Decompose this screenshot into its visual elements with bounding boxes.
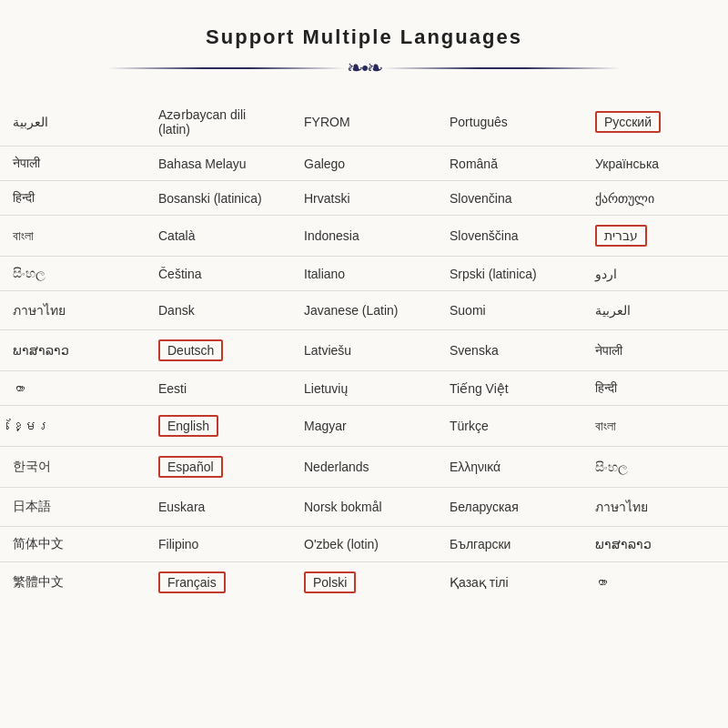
lang-cell: Қазақ тілі bbox=[437, 562, 582, 603]
lang-cell[interactable]: עברית bbox=[582, 216, 728, 257]
lang-cell: සිංහල bbox=[582, 447, 728, 488]
highlighted-lang[interactable]: Français bbox=[158, 571, 226, 593]
lang-cell: Eesti bbox=[146, 371, 291, 406]
lang-cell: Română bbox=[437, 147, 582, 181]
lang-cell: Українська bbox=[582, 147, 728, 181]
lang-cell: Tiếng Việt bbox=[437, 371, 582, 406]
lang-cell: Hrvatski bbox=[291, 181, 437, 216]
lang-cell[interactable]: Polski bbox=[291, 562, 437, 603]
lang-cell[interactable]: Deutsch bbox=[146, 330, 291, 371]
lang-cell[interactable]: Русский bbox=[582, 98, 728, 147]
lang-cell: العربية bbox=[582, 291, 728, 330]
lang-cell: Türkçe bbox=[437, 406, 582, 447]
lang-cell: Galego bbox=[291, 147, 437, 181]
highlighted-lang[interactable]: עברית bbox=[595, 225, 647, 247]
lang-cell: Latviešu bbox=[291, 330, 437, 371]
lang-cell: ພາສາລາວ bbox=[582, 527, 728, 562]
lang-cell: တာ bbox=[0, 371, 146, 406]
lang-cell: Slovenčina bbox=[437, 181, 582, 216]
lang-cell: Srpski (latinica) bbox=[437, 257, 582, 291]
lang-cell: 简体中文 bbox=[0, 527, 146, 562]
lang-cell[interactable]: Français bbox=[146, 562, 291, 603]
lang-cell: Svenska bbox=[437, 330, 582, 371]
lang-cell: ខ្មែរ bbox=[0, 406, 146, 447]
lang-cell: සිංහල bbox=[0, 257, 146, 291]
highlighted-lang[interactable]: Русский bbox=[595, 111, 661, 133]
lang-cell: Lietuvių bbox=[291, 371, 437, 406]
lang-cell: Bosanski (latinica) bbox=[146, 181, 291, 216]
lang-cell: 한국어 bbox=[0, 447, 146, 488]
table-row: 繁體中文FrançaisPolskiҚазақ тіліတာ bbox=[0, 562, 728, 603]
lang-cell: ພາສາລາວ bbox=[0, 330, 146, 371]
table-row: တာEestiLietuviųTiếng Việtहिन्दी bbox=[0, 371, 728, 406]
lang-cell: বাংলা bbox=[0, 216, 146, 257]
lang-cell: Euskara bbox=[146, 488, 291, 527]
lang-cell: اردو bbox=[582, 257, 728, 291]
table-row: ខ្មែរEnglishMagyarTürkçeবাংলা bbox=[0, 406, 728, 447]
lang-cell: O'zbek (lotin) bbox=[291, 527, 437, 562]
lang-cell: Suomi bbox=[437, 291, 582, 330]
languages-table: العربيةAzərbaycan dili (latin)FYROMPortu… bbox=[0, 98, 728, 602]
table-row: हिन्दीBosanski (latinica)HrvatskiSlovenč… bbox=[0, 181, 728, 216]
lang-cell: Български bbox=[437, 527, 582, 562]
lang-cell: ქართული bbox=[582, 181, 728, 216]
lang-cell: Català bbox=[146, 216, 291, 257]
lang-cell: नेपाली bbox=[0, 147, 146, 181]
lang-cell: Ελληνικά bbox=[437, 447, 582, 488]
highlighted-lang[interactable]: Deutsch bbox=[158, 339, 223, 361]
lang-cell: हिन्दी bbox=[582, 371, 728, 406]
table-row: ภาษาไทยDanskJavanese (Latin)Suomiالعربية bbox=[0, 291, 728, 330]
table-row: 日本語EuskaraNorsk bokmålБеларускаяภาษาไทย bbox=[0, 488, 728, 527]
table-row: नेपालीBahasa MelayuGalegoRomânăУкраїнськ… bbox=[0, 147, 728, 181]
lang-cell: Italiano bbox=[291, 257, 437, 291]
lang-cell: Norsk bokmål bbox=[291, 488, 437, 527]
highlighted-lang[interactable]: Español bbox=[158, 456, 223, 478]
lang-cell: Беларуская bbox=[437, 488, 582, 527]
lang-cell: العربية bbox=[0, 98, 146, 147]
highlighted-lang[interactable]: English bbox=[158, 415, 218, 437]
lang-cell: Indonesia bbox=[291, 216, 437, 257]
lang-cell[interactable]: Español bbox=[146, 447, 291, 488]
lang-cell: Português bbox=[437, 98, 582, 147]
highlighted-lang[interactable]: Polski bbox=[304, 571, 356, 593]
lang-cell: हिन्दी bbox=[0, 181, 146, 216]
table-row: ພາສາລາວDeutschLatviešuSvenskaनेपाली bbox=[0, 330, 728, 371]
table-row: বাংলাCatalàIndonesiaSlovenščinaעברית bbox=[0, 216, 728, 257]
lang-cell: 日本語 bbox=[0, 488, 146, 527]
page-title: Support Multiple Languages bbox=[0, 25, 728, 49]
table-row: العربيةAzərbaycan dili (latin)FYROMPortu… bbox=[0, 98, 728, 147]
divider-ornament: ❧•❧ bbox=[0, 56, 728, 80]
lang-cell: FYROM bbox=[291, 98, 437, 147]
lang-cell: Javanese (Latin) bbox=[291, 291, 437, 330]
lang-cell: Dansk bbox=[146, 291, 291, 330]
lang-cell: Nederlands bbox=[291, 447, 437, 488]
table-row: සිංහලČeštinaItalianoSrpski (latinica)ارد… bbox=[0, 257, 728, 291]
lang-cell: Bahasa Melayu bbox=[146, 147, 291, 181]
lang-cell: 繁體中文 bbox=[0, 562, 146, 603]
table-row: 简体中文FilipinoO'zbek (lotin)Българскиພາສາລ… bbox=[0, 527, 728, 562]
table-row: 한국어EspañolNederlandsΕλληνικάසිංහල bbox=[0, 447, 728, 488]
lang-cell: ภาษาไทย bbox=[0, 291, 146, 330]
lang-cell: বাংলা bbox=[582, 406, 728, 447]
lang-cell: Slovenščina bbox=[437, 216, 582, 257]
lang-cell: Filipino bbox=[146, 527, 291, 562]
lang-cell: Čeština bbox=[146, 257, 291, 291]
lang-cell[interactable]: English bbox=[146, 406, 291, 447]
lang-cell: Magyar bbox=[291, 406, 437, 447]
lang-cell: Azərbaycan dili (latin) bbox=[146, 98, 291, 147]
lang-cell: ภาษาไทย bbox=[582, 488, 728, 527]
page-header: Support Multiple Languages ❧•❧ bbox=[0, 0, 728, 98]
lang-cell: नेपाली bbox=[582, 330, 728, 371]
lang-cell: တာ bbox=[582, 562, 728, 603]
